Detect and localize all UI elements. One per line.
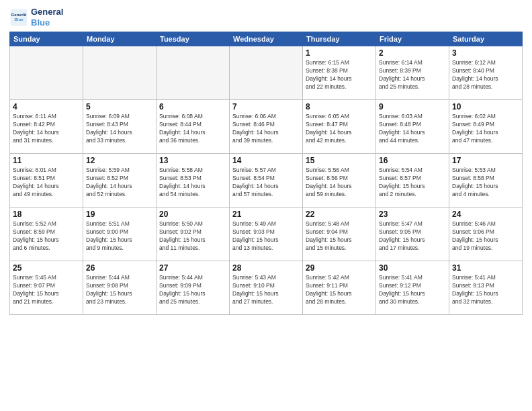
day-info: Sunrise: 5:46 AM Sunset: 9:06 PM Dayligh…	[452, 220, 519, 253]
day-number: 10	[452, 102, 519, 111]
calendar-cell: 29Sunrise: 5:42 AM Sunset: 9:11 PM Dayli…	[303, 261, 376, 315]
day-number: 24	[452, 210, 519, 219]
day-info: Sunrise: 6:05 AM Sunset: 8:47 PM Dayligh…	[306, 113, 373, 145]
calendar-cell: 21Sunrise: 5:49 AM Sunset: 9:03 PM Dayli…	[230, 208, 303, 261]
day-number: 19	[86, 210, 153, 219]
day-number: 7	[232, 102, 300, 111]
day-number: 22	[306, 210, 373, 219]
day-number: 28	[232, 263, 300, 273]
calendar-cell: 18Sunrise: 5:52 AM Sunset: 8:59 PM Dayli…	[10, 208, 83, 261]
calendar-cell: 25Sunrise: 5:45 AM Sunset: 9:07 PM Dayli…	[10, 261, 83, 315]
calendar-cell: 14Sunrise: 5:57 AM Sunset: 8:54 PM Dayli…	[230, 154, 303, 208]
day-info: Sunrise: 5:48 AM Sunset: 9:04 PM Dayligh…	[306, 220, 373, 253]
calendar-cell: 10Sunrise: 6:02 AM Sunset: 8:49 PM Dayli…	[449, 100, 523, 154]
weekday-header-thursday: Thursday	[303, 32, 376, 46]
calendar-cell: 19Sunrise: 5:51 AM Sunset: 9:00 PM Dayli…	[83, 208, 157, 261]
day-number: 14	[232, 156, 300, 165]
day-info: Sunrise: 5:59 AM Sunset: 8:52 PM Dayligh…	[86, 167, 153, 199]
calendar-cell: 3Sunrise: 6:12 AM Sunset: 8:40 PM Daylig…	[449, 46, 523, 100]
day-info: Sunrise: 5:44 AM Sunset: 9:09 PM Dayligh…	[159, 274, 226, 306]
calendar-cell	[83, 46, 157, 100]
day-number: 16	[379, 156, 446, 165]
calendar-cell: 20Sunrise: 5:50 AM Sunset: 9:02 PM Dayli…	[157, 208, 230, 261]
calendar-cell: 6Sunrise: 6:08 AM Sunset: 8:44 PM Daylig…	[157, 100, 230, 154]
logo: General Blue General Blue	[9, 7, 63, 28]
week-row-1: 1Sunrise: 6:15 AM Sunset: 8:38 PM Daylig…	[10, 46, 523, 100]
day-number: 3	[452, 48, 519, 58]
day-info: Sunrise: 6:15 AM Sunset: 8:38 PM Dayligh…	[306, 59, 373, 91]
day-number: 27	[159, 263, 226, 273]
day-info: Sunrise: 6:08 AM Sunset: 8:44 PM Dayligh…	[159, 113, 226, 145]
day-info: Sunrise: 6:14 AM Sunset: 8:39 PM Dayligh…	[379, 59, 446, 91]
day-number: 12	[86, 156, 153, 165]
day-info: Sunrise: 5:43 AM Sunset: 9:10 PM Dayligh…	[232, 274, 300, 306]
day-info: Sunrise: 5:52 AM Sunset: 8:59 PM Dayligh…	[13, 220, 80, 253]
logo-text: General Blue	[31, 7, 63, 28]
day-number: 26	[86, 263, 153, 273]
calendar-cell: 17Sunrise: 5:53 AM Sunset: 8:58 PM Dayli…	[449, 154, 523, 208]
day-number: 30	[379, 263, 446, 273]
calendar-cell	[230, 46, 303, 100]
day-number: 15	[306, 156, 373, 165]
svg-text:General: General	[11, 12, 27, 17]
calendar-cell: 28Sunrise: 5:43 AM Sunset: 9:10 PM Dayli…	[230, 261, 303, 315]
calendar-cell: 11Sunrise: 6:01 AM Sunset: 8:51 PM Dayli…	[10, 154, 83, 208]
calendar-cell	[10, 46, 83, 100]
weekday-header-wednesday: Wednesday	[230, 32, 303, 46]
day-number: 6	[159, 102, 226, 111]
day-info: Sunrise: 5:47 AM Sunset: 9:05 PM Dayligh…	[379, 220, 446, 253]
day-info: Sunrise: 5:50 AM Sunset: 9:02 PM Dayligh…	[159, 220, 226, 253]
day-info: Sunrise: 5:45 AM Sunset: 9:07 PM Dayligh…	[13, 274, 80, 306]
weekday-header-saturday: Saturday	[449, 32, 523, 46]
day-info: Sunrise: 6:01 AM Sunset: 8:51 PM Dayligh…	[13, 167, 80, 199]
day-number: 5	[86, 102, 153, 111]
calendar-cell: 7Sunrise: 6:06 AM Sunset: 8:46 PM Daylig…	[230, 100, 303, 154]
day-info: Sunrise: 6:11 AM Sunset: 8:42 PM Dayligh…	[13, 113, 80, 145]
calendar-cell: 8Sunrise: 6:05 AM Sunset: 8:47 PM Daylig…	[303, 100, 376, 154]
day-number: 21	[232, 210, 300, 219]
day-number: 11	[13, 156, 80, 165]
calendar-cell: 13Sunrise: 5:58 AM Sunset: 8:53 PM Dayli…	[157, 154, 230, 208]
day-info: Sunrise: 6:12 AM Sunset: 8:40 PM Dayligh…	[452, 59, 519, 91]
day-number: 31	[452, 263, 519, 273]
day-number: 9	[379, 102, 446, 111]
weekday-header-friday: Friday	[376, 32, 449, 46]
day-info: Sunrise: 5:54 AM Sunset: 8:57 PM Dayligh…	[379, 167, 446, 199]
weekday-header-sunday: Sunday	[10, 32, 83, 46]
calendar-cell: 9Sunrise: 6:03 AM Sunset: 8:48 PM Daylig…	[376, 100, 449, 154]
svg-text:Blue: Blue	[14, 17, 24, 21]
calendar-cell: 15Sunrise: 5:56 AM Sunset: 8:56 PM Dayli…	[303, 154, 376, 208]
logo-icon: General Blue	[9, 8, 28, 27]
weekday-header-row: SundayMondayTuesdayWednesdayThursdayFrid…	[10, 32, 523, 46]
calendar-cell: 4Sunrise: 6:11 AM Sunset: 8:42 PM Daylig…	[10, 100, 83, 154]
day-number: 13	[159, 156, 226, 165]
day-info: Sunrise: 5:53 AM Sunset: 8:58 PM Dayligh…	[452, 167, 519, 199]
day-number: 8	[306, 102, 373, 111]
weekday-header-tuesday: Tuesday	[157, 32, 230, 46]
day-info: Sunrise: 5:51 AM Sunset: 9:00 PM Dayligh…	[86, 220, 153, 253]
day-info: Sunrise: 5:57 AM Sunset: 8:54 PM Dayligh…	[232, 167, 300, 199]
day-info: Sunrise: 6:03 AM Sunset: 8:48 PM Dayligh…	[379, 113, 446, 145]
calendar-cell: 31Sunrise: 5:41 AM Sunset: 9:13 PM Dayli…	[449, 261, 523, 315]
calendar-table: SundayMondayTuesdayWednesdayThursdayFrid…	[9, 32, 523, 315]
page-container: General Blue General Blue SundayMondayTu…	[0, 0, 532, 411]
day-info: Sunrise: 5:42 AM Sunset: 9:11 PM Dayligh…	[306, 274, 373, 306]
day-info: Sunrise: 5:49 AM Sunset: 9:03 PM Dayligh…	[232, 220, 300, 253]
day-number: 20	[159, 210, 226, 219]
day-number: 4	[13, 102, 80, 111]
day-info: Sunrise: 6:09 AM Sunset: 8:43 PM Dayligh…	[86, 113, 153, 145]
week-row-4: 18Sunrise: 5:52 AM Sunset: 8:59 PM Dayli…	[10, 208, 523, 261]
day-number: 23	[379, 210, 446, 219]
calendar-cell: 16Sunrise: 5:54 AM Sunset: 8:57 PM Dayli…	[376, 154, 449, 208]
calendar-cell: 30Sunrise: 5:41 AM Sunset: 9:12 PM Dayli…	[376, 261, 449, 315]
calendar-cell	[157, 46, 230, 100]
day-info: Sunrise: 5:56 AM Sunset: 8:56 PM Dayligh…	[306, 167, 373, 199]
day-info: Sunrise: 5:41 AM Sunset: 9:13 PM Dayligh…	[452, 274, 519, 306]
calendar-cell: 24Sunrise: 5:46 AM Sunset: 9:06 PM Dayli…	[449, 208, 523, 261]
calendar-cell: 12Sunrise: 5:59 AM Sunset: 8:52 PM Dayli…	[83, 154, 157, 208]
week-row-2: 4Sunrise: 6:11 AM Sunset: 8:42 PM Daylig…	[10, 100, 523, 154]
calendar-cell: 22Sunrise: 5:48 AM Sunset: 9:04 PM Dayli…	[303, 208, 376, 261]
day-number: 2	[379, 48, 446, 58]
calendar-cell: 5Sunrise: 6:09 AM Sunset: 8:43 PM Daylig…	[83, 100, 157, 154]
day-number: 18	[13, 210, 80, 219]
